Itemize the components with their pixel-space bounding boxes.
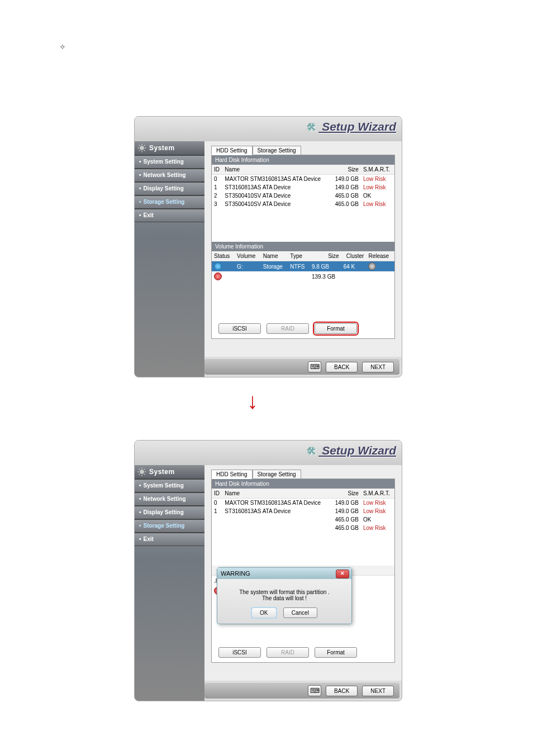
col-size: Size xyxy=(331,165,361,175)
status-ok-icon xyxy=(214,262,222,270)
dialog-message-line1: The system will format this partition . xyxy=(223,589,346,595)
action-buttons: iSCSI RAID Format xyxy=(218,323,357,334)
hdd-row[interactable]: 1ST3160813AS ATA Device149.0 GBLow Risk xyxy=(212,183,394,192)
dialog-close-button[interactable]: ✕ xyxy=(336,570,349,578)
dialog-titlebar: WARRING ✕ xyxy=(217,568,351,579)
hdd-section-title: Hard Disk Information xyxy=(212,479,394,489)
hdd-row[interactable]: 0MAXTOR STM3160813AS ATA Device149.0 GBL… xyxy=(212,499,394,508)
sidebar-heading-text: System xyxy=(149,144,175,152)
col-size: Size xyxy=(310,251,341,261)
eject-icon[interactable] xyxy=(368,262,376,270)
svg-point-0 xyxy=(140,146,144,150)
tab-hdd-setting[interactable]: HDD Setting xyxy=(211,470,253,479)
col-size: Size xyxy=(331,489,361,499)
hdd-section-title: Hard Disk Information xyxy=(212,155,394,165)
next-button[interactable]: NEXT xyxy=(362,686,394,696)
sidebar-item-system-setting[interactable]: •System Setting xyxy=(135,155,204,169)
hdd-row[interactable]: 465.0 GBOK xyxy=(212,515,394,524)
tabs: HDD Setting Storage Setting xyxy=(211,146,402,155)
iscsi-button[interactable]: iSCSI xyxy=(218,323,261,334)
sidebar-item-network-setting[interactable]: •Network Setting xyxy=(135,492,204,506)
keyboard-icon[interactable]: ⌨ xyxy=(308,361,321,372)
dialog-body: The system will format this partition . … xyxy=(217,579,351,606)
content-panel: HDD Setting Storage Setting Hard Disk In… xyxy=(204,465,402,681)
diamond-icon: ✧ xyxy=(59,42,66,51)
hdd-table: ID Name Size S.M.A.R.T. 0MAXTOR STM31608… xyxy=(212,165,394,208)
volume-section-title: Volume Information xyxy=(212,242,394,251)
sidebar-item-exit[interactable]: •Exit xyxy=(135,533,204,546)
wrench-icon: 🛠 xyxy=(307,446,316,457)
iscsi-button[interactable]: iSCSI xyxy=(218,647,261,658)
format-button[interactable]: Format xyxy=(315,323,357,334)
content-panel: HDD Setting Storage Setting Hard Disk In… xyxy=(204,141,402,357)
back-button[interactable]: BACK xyxy=(326,686,358,696)
sidebar-item-display-setting[interactable]: •Display Setting xyxy=(135,506,204,519)
hdd-row[interactable]: 1ST3160813AS ATA Device149.0 GBLow Risk xyxy=(212,507,394,515)
arrow-down-icon: ↓ xyxy=(247,389,258,414)
col-id: ID xyxy=(212,489,222,499)
hdd-row[interactable]: 465.0 GBLow Risk xyxy=(212,524,394,532)
col-volume: Volume xyxy=(235,251,261,261)
action-buttons: iSCSI RAID Format xyxy=(218,647,357,658)
sidebar-item-storage-setting[interactable]: •Storage Setting xyxy=(135,519,204,533)
svg-point-1 xyxy=(140,470,144,474)
col-id: ID xyxy=(212,165,222,175)
col-release: Release xyxy=(366,251,394,261)
sidebar-item-exit[interactable]: •Exit xyxy=(135,209,204,222)
wizard-footer: ⌨ BACK NEXT xyxy=(204,683,399,698)
tabs: HDD Setting Storage Setting xyxy=(211,470,402,479)
volume-row[interactable]: 139.3 GB xyxy=(212,271,394,281)
wizard-title-text: Setup Wizard xyxy=(322,120,396,133)
format-button[interactable]: Format xyxy=(315,647,357,658)
col-type: Type xyxy=(288,251,310,261)
wizard-title: 🛠 Setup Wizard xyxy=(307,444,396,457)
sidebar-item-display-setting[interactable]: •Display Setting xyxy=(135,182,204,195)
sidebar: System •System Setting •Network Setting … xyxy=(135,465,204,701)
volume-row[interactable]: G: Storage NTFS 9.8 GB 64 K xyxy=(212,261,394,272)
raid-button[interactable]: RAID xyxy=(266,647,309,658)
wizard-header: 🛠 Setup Wizard xyxy=(135,117,402,141)
sidebar-item-storage-setting[interactable]: •Storage Setting xyxy=(135,195,204,209)
wizard-title-text: Setup Wizard xyxy=(322,444,396,457)
hdd-table: ID Name Size S.M.A.R.T. 0MAXTOR STM31608… xyxy=(212,489,394,532)
hdd-row[interactable]: 0MAXTOR STM3160813AS ATA Device149.0 GBL… xyxy=(212,175,394,184)
hdd-row[interactable]: 3ST3500410SV ATA Device465.0 GBLow Risk xyxy=(212,200,394,208)
volume-section: Volume Information Status Volume Name Ty… xyxy=(212,242,394,320)
col-status: Status xyxy=(212,251,235,261)
status-error-icon xyxy=(214,272,222,280)
tab-hdd-setting[interactable]: HDD Setting xyxy=(211,146,253,155)
tab-storage-setting[interactable]: Storage Setting xyxy=(253,146,301,155)
wizard-footer: ⌨ BACK NEXT xyxy=(204,359,399,375)
dialog-title-text: WARRING xyxy=(221,570,250,577)
sidebar-item-system-setting[interactable]: •System Setting xyxy=(135,479,204,492)
volume-table: Status Volume Name Type Size Cluster Rel… xyxy=(212,251,394,281)
tab-panel: Hard Disk Information ID Name Size S.M.A… xyxy=(211,479,395,663)
dialog-cancel-button[interactable]: Cancel xyxy=(283,607,317,618)
gear-icon xyxy=(137,143,147,153)
tab-storage-setting[interactable]: Storage Setting xyxy=(253,470,301,479)
col-smart: S.M.A.R.T. xyxy=(361,489,394,499)
raid-button[interactable]: RAID xyxy=(266,323,309,334)
col-name: Name xyxy=(222,489,330,499)
wizard-header: 🛠 Setup Wizard xyxy=(135,441,402,465)
warning-dialog: WARRING ✕ The system will format this pa… xyxy=(217,567,352,624)
dialog-buttons: OK Cancel xyxy=(217,606,351,624)
setup-wizard-window-1: 🛠 Setup Wizard System •System Setting •N… xyxy=(134,116,402,377)
dialog-ok-button[interactable]: OK xyxy=(251,607,276,618)
setup-wizard-window-2: 🛠 Setup Wizard System •System Setting •N… xyxy=(134,440,402,701)
col-name: Name xyxy=(261,251,288,261)
hdd-header-row: ID Name Size S.M.A.R.T. xyxy=(212,489,394,499)
sidebar-item-network-setting[interactable]: •Network Setting xyxy=(135,169,204,182)
sidebar-heading: System xyxy=(135,465,204,479)
vol-header-row: Status Volume Name Type Size Cluster Rel… xyxy=(212,251,394,261)
back-button[interactable]: BACK xyxy=(326,362,358,372)
wizard-title: 🛠 Setup Wizard xyxy=(307,120,396,133)
gear-icon xyxy=(137,467,147,477)
wrench-icon: 🛠 xyxy=(307,122,316,133)
next-button[interactable]: NEXT xyxy=(362,362,394,372)
col-name: Name xyxy=(222,165,330,175)
hdd-row[interactable]: 2ST3500410SV ATA Device465.0 GBOK xyxy=(212,192,394,200)
keyboard-icon[interactable]: ⌨ xyxy=(308,685,321,696)
dialog-message-line2: The data will lost ! xyxy=(223,595,346,601)
sidebar-heading: System xyxy=(135,141,204,155)
